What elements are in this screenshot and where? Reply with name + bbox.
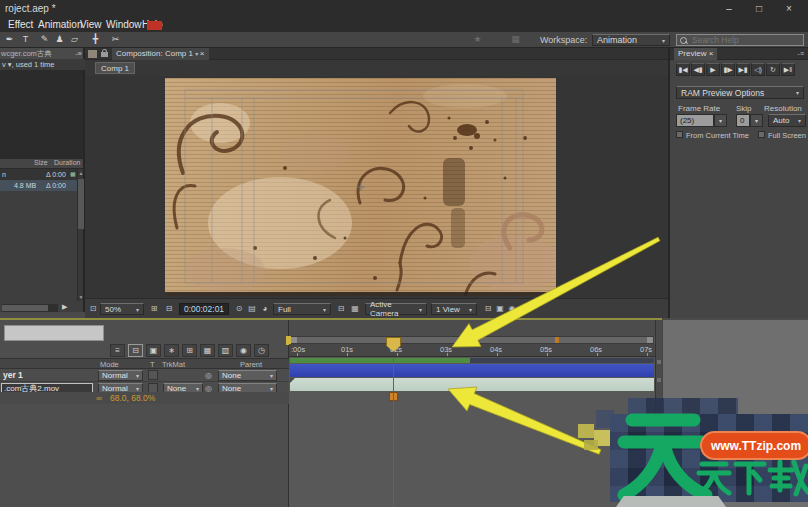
column-t[interactable]: T [150, 360, 155, 369]
brainstorm-icon[interactable]: ▦ [200, 344, 215, 357]
timeline-timecode-field[interactable] [4, 325, 104, 341]
layer-1-parent-dropdown[interactable]: None [218, 370, 277, 381]
search-help-input[interactable] [690, 34, 800, 46]
panel-menu-icon[interactable]: -≡ [798, 50, 804, 57]
transparency-grid-icon[interactable]: ⊟ [335, 303, 347, 315]
loop-toggle-button[interactable]: ↻ [766, 63, 780, 76]
roto-brush-tool-icon[interactable]: ✂ [108, 33, 123, 46]
motion-blur-icon[interactable]: ⊞ [182, 344, 197, 357]
project-row-footage[interactable]: 4.8 MB Δ 0:00 [0, 180, 77, 191]
resolution-dropdown[interactable]: Auto [768, 114, 806, 127]
preview-tab-close-icon[interactable]: × [709, 49, 714, 58]
maximize-button[interactable]: □ [748, 2, 770, 15]
timeline-ruler[interactable]: :00s 01s 02s 03s 04s 05s 06s 07s [289, 344, 655, 357]
skip-dropdown-icon[interactable]: ▾ [750, 114, 763, 127]
show-channels-icon[interactable]: ◕ [259, 303, 271, 315]
magnification-dropdown[interactable]: 50% [100, 303, 144, 315]
frame-rate-field[interactable]: (25) [676, 114, 714, 127]
close-button[interactable]: × [778, 2, 800, 15]
play-button[interactable]: ▶ [706, 63, 720, 76]
graph-editor-icon[interactable]: ◉ [236, 344, 251, 357]
last-frame-button[interactable]: ▶▮ [736, 63, 750, 76]
snapshot-camera-icon[interactable]: ⊙ [233, 303, 245, 315]
workspace-dropdown[interactable]: Animation [592, 34, 670, 46]
column-duration[interactable]: Duration [54, 159, 80, 166]
safe-margins-icon[interactable]: ⊞ [148, 303, 160, 315]
work-area-marker[interactable] [555, 337, 559, 343]
from-current-time-checkbox[interactable] [676, 131, 683, 138]
type-tool-icon[interactable]: T [18, 33, 33, 46]
active-camera-dropdown[interactable]: Active Camera [365, 303, 427, 315]
composition-tab[interactable]: Composition: Comp 1 ▾ × [112, 48, 209, 60]
layer-1-t-switch[interactable] [148, 370, 158, 380]
frame-rate-dropdown-icon[interactable]: ▾ [714, 114, 727, 127]
project-panel-tab[interactable]: wcger.com古典 -≡ [0, 48, 83, 59]
search-help-box[interactable] [676, 34, 804, 46]
panel-menu-icon[interactable]: -≡ [75, 48, 82, 59]
scroll-up-icon[interactable]: ▲ [78, 170, 84, 176]
menu-effect[interactable]: Effect [6, 19, 35, 31]
project-hscrollbar[interactable] [2, 304, 58, 312]
view-menu-icon[interactable]: ⊡ [88, 303, 98, 315]
flowchart-button-icon[interactable]: ▣ [495, 303, 505, 315]
audio-toggle-button[interactable]: ◁) [751, 63, 765, 76]
layer-1-pickwhip-icon[interactable]: ◎ [205, 371, 212, 380]
first-frame-button[interactable]: ▮◀ [676, 63, 690, 76]
menu-window[interactable]: Window [104, 19, 144, 31]
ram-preview-options-dropdown[interactable]: RAM Preview Options [676, 86, 804, 99]
preview-tab[interactable]: Preview × [674, 48, 717, 60]
layer-2-duration-bar[interactable] [290, 378, 654, 391]
layer-1-duration-bar[interactable] [290, 364, 654, 377]
project-row-comp[interactable]: n Δ 0:00 ▦ [0, 169, 77, 180]
project-column-headers[interactable]: Size Duration [0, 158, 83, 169]
layer-row-1[interactable]: yer 1 Normal ◎ None [0, 369, 289, 382]
checkerboard-icon[interactable]: ▦ [349, 303, 361, 315]
composition-canvas[interactable] [165, 78, 556, 296]
full-screen-checkbox[interactable] [758, 131, 765, 138]
minimize-button[interactable]: – [718, 2, 740, 15]
expand-columns-icon[interactable]: ◷ [254, 344, 269, 357]
column-trkmat[interactable]: TrkMat [162, 360, 185, 369]
fast-previews-icon[interactable]: ◎ [519, 303, 529, 315]
work-area-end-handle[interactable] [647, 337, 653, 343]
puppet-pin-tool-icon[interactable]: ╋ [88, 33, 103, 46]
work-area-start-handle[interactable] [291, 337, 297, 343]
layer-1-mode-dropdown[interactable]: Normal [98, 370, 143, 381]
menu-view[interactable]: View [78, 19, 104, 31]
work-area-bar[interactable] [290, 336, 654, 344]
layer-switches-icon[interactable]: ≡ [110, 344, 125, 357]
shy-layers-icon[interactable]: ▣ [146, 344, 161, 357]
transport-controls: ▮◀ ◀▮ ▶ ▮▶ ▶▮ ◁) ↻ ▶‖ [676, 63, 795, 76]
scale-value[interactable]: 68.0, 68.0% [110, 392, 155, 404]
exposure-icon[interactable]: ◉ [507, 303, 517, 315]
column-mode[interactable]: Mode [100, 360, 119, 369]
lock-icon[interactable] [101, 52, 108, 57]
show-snapshot-icon[interactable]: ▤ [247, 303, 257, 315]
tab-close-icon[interactable]: × [200, 49, 205, 58]
ram-preview-button[interactable]: ▶‖ [781, 63, 795, 76]
view-layout-dropdown[interactable]: 1 View [431, 303, 477, 315]
skip-field[interactable]: 0 [736, 114, 750, 127]
clone-stamp-tool-icon[interactable]: ♟ [52, 33, 67, 46]
timeline-button-icon[interactable]: ⊟ [483, 303, 493, 315]
eraser-tool-icon[interactable]: ▱ [67, 33, 82, 46]
brush-tool-icon[interactable]: ✎ [37, 33, 52, 46]
scroll-down-icon[interactable]: ▼ [78, 294, 84, 300]
pen-tool-icon[interactable]: ✒ [2, 33, 17, 46]
resolution-dropdown[interactable]: Full [273, 303, 331, 315]
column-parent[interactable]: Parent [240, 360, 262, 369]
column-size[interactable]: Size [34, 159, 48, 166]
previous-frame-button[interactable]: ◀▮ [691, 63, 705, 76]
auto-keyframe-icon[interactable]: ▧ [218, 344, 233, 357]
next-frame-button[interactable]: ▮▶ [721, 63, 735, 76]
current-time-display[interactable]: 0:00:02:01 [179, 303, 229, 315]
scale-property-row[interactable]: ∞ 68.0, 68.0% [0, 392, 289, 404]
project-scrollbar[interactable]: ▲ ▼ [77, 169, 83, 301]
layer-1-name[interactable]: yer 1 [3, 370, 23, 380]
link-icon[interactable]: ∞ [96, 392, 102, 404]
project-footer-arrow-icon[interactable]: ▶ [62, 303, 67, 311]
comp1-subtab[interactable]: Comp 1 [95, 62, 135, 74]
mini-flowchart-icon[interactable]: ⊟ [128, 344, 143, 357]
frame-blending-icon[interactable]: ∗ [164, 344, 179, 357]
region-of-interest-icon[interactable]: ⊟ [163, 303, 175, 315]
